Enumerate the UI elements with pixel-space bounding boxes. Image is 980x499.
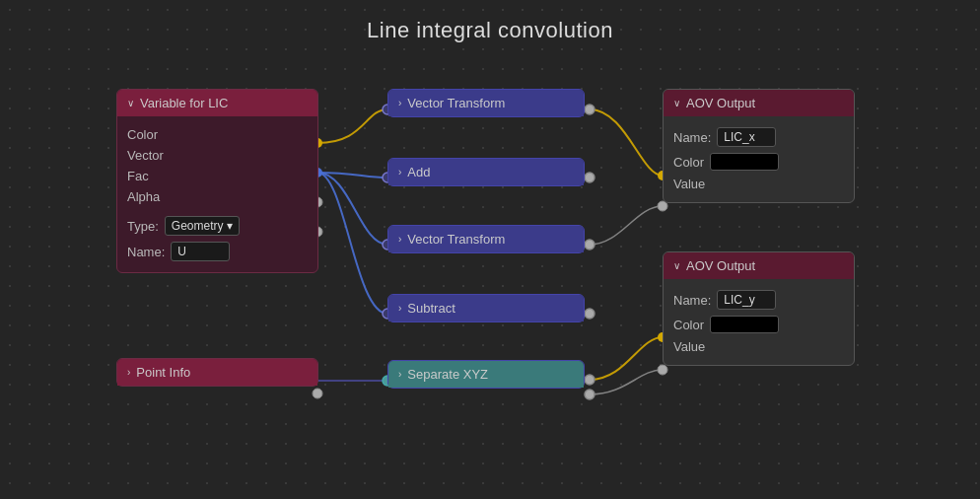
aov2-collapse-icon: ∨ — [673, 260, 680, 271]
type-field-label: Type: — [127, 219, 159, 234]
vt2-header[interactable]: › Vector Transform — [388, 226, 584, 252]
vector-row: Vector — [127, 145, 308, 166]
aov1-color-label: Color — [673, 155, 704, 170]
separate-xyz-node: › Separate XYZ — [387, 360, 585, 389]
vector-transform-2-node: › Vector Transform — [387, 225, 585, 253]
aov2-color-label: Color — [673, 318, 704, 332]
aov2-header[interactable]: ∨ AOV Output — [664, 252, 854, 279]
aov1-value-row: Value — [673, 174, 844, 194]
color-label: Color — [127, 127, 158, 142]
vt1-title: Vector Transform — [407, 96, 505, 110]
svg-point-9 — [585, 240, 595, 250]
variable-lic-title: Variable for LIC — [140, 96, 228, 110]
type-dropdown[interactable]: Geometry ▾ — [165, 216, 241, 236]
name-input[interactable]: U — [171, 242, 230, 261]
vt1-header[interactable]: › Vector Transform — [388, 90, 584, 116]
svg-point-16 — [313, 389, 322, 398]
aov2-color-row: Color — [673, 313, 844, 336]
vector-label: Vector — [127, 148, 164, 163]
vt2-collapse-icon: › — [398, 234, 401, 245]
subtract-title: Subtract — [407, 301, 455, 316]
point-info-node: › Point Info — [116, 358, 318, 387]
subtract-header[interactable]: › Subtract — [388, 295, 584, 321]
svg-point-20 — [658, 365, 667, 375]
aov1-collapse-icon: ∨ — [673, 98, 680, 108]
point-info-title: Point Info — [136, 365, 190, 380]
aov2-name-label: Name: — [673, 293, 711, 308]
svg-point-13 — [585, 375, 595, 385]
aov2-color-swatch[interactable] — [710, 316, 779, 333]
fac-label: Fac — [127, 169, 149, 183]
aov2-body: Name: LIC_y Color Value — [664, 279, 854, 365]
variable-lic-header[interactable]: ∨ Variable for LIC — [117, 90, 317, 116]
type-value: Geometry — [172, 219, 224, 233]
aov1-value-label: Value — [673, 177, 705, 191]
variable-lic-body: Color Vector Fac Alpha Type: Geometry ▾ … — [117, 116, 317, 272]
svg-point-14 — [585, 390, 595, 399]
svg-point-5 — [585, 105, 595, 114]
aov2-name-input[interactable]: LIC_y — [717, 290, 776, 310]
alpha-row: Alpha — [127, 186, 308, 207]
vt2-title: Vector Transform — [407, 232, 505, 247]
aov2-value-row: Value — [673, 336, 844, 357]
add-node: › Add — [387, 158, 585, 186]
svg-point-11 — [585, 309, 595, 319]
add-header[interactable]: › Add — [388, 159, 584, 185]
aov-output-1-node: ∨ AOV Output Name: LIC_x Color Value — [663, 89, 855, 203]
point-collapse-icon: › — [127, 367, 130, 378]
vector-transform-1-node: › Vector Transform — [387, 89, 585, 117]
type-row: Type: Geometry ▾ — [127, 213, 308, 239]
page-title: Line integral convolution — [367, 18, 613, 43]
aov1-header[interactable]: ∨ AOV Output — [664, 90, 854, 116]
add-collapse-icon: › — [398, 167, 401, 178]
subtract-collapse-icon: › — [398, 303, 401, 314]
sep-collapse-icon: › — [398, 369, 401, 380]
name-field-label: Name: — [127, 245, 165, 259]
point-info-header[interactable]: › Point Info — [117, 359, 317, 386]
sep-title: Separate XYZ — [407, 367, 488, 382]
svg-point-7 — [585, 173, 595, 182]
aov1-name-input[interactable]: LIC_x — [717, 127, 776, 147]
aov1-body: Name: LIC_x Color Value — [664, 116, 854, 202]
node-editor-canvas[interactable]: Line integral convolution — [0, 0, 980, 499]
dropdown-arrow: ▾ — [227, 219, 233, 233]
aov1-name-label: Name: — [673, 130, 711, 145]
collapse-icon: ∨ — [127, 98, 134, 108]
aov1-name-row: Name: LIC_x — [673, 124, 844, 150]
subtract-node: › Subtract — [387, 294, 585, 322]
aov1-color-swatch[interactable] — [710, 153, 779, 171]
add-title: Add — [407, 165, 430, 179]
color-row: Color — [127, 124, 308, 145]
alpha-label: Alpha — [127, 189, 160, 204]
vt1-collapse-icon: › — [398, 98, 401, 108]
variable-lic-node: ∨ Variable for LIC Color Vector Fac Alph… — [116, 89, 318, 273]
aov2-name-row: Name: LIC_y — [673, 287, 844, 313]
name-row: Name: U — [127, 239, 308, 264]
aov1-title: AOV Output — [686, 96, 755, 110]
aov1-color-row: Color — [673, 150, 844, 174]
aov2-title: AOV Output — [686, 258, 755, 273]
aov2-value-label: Value — [673, 339, 705, 354]
aov-output-2-node: ∨ AOV Output Name: LIC_y Color Value — [663, 251, 855, 366]
fac-row: Fac — [127, 166, 308, 186]
sep-header[interactable]: › Separate XYZ — [388, 361, 584, 388]
